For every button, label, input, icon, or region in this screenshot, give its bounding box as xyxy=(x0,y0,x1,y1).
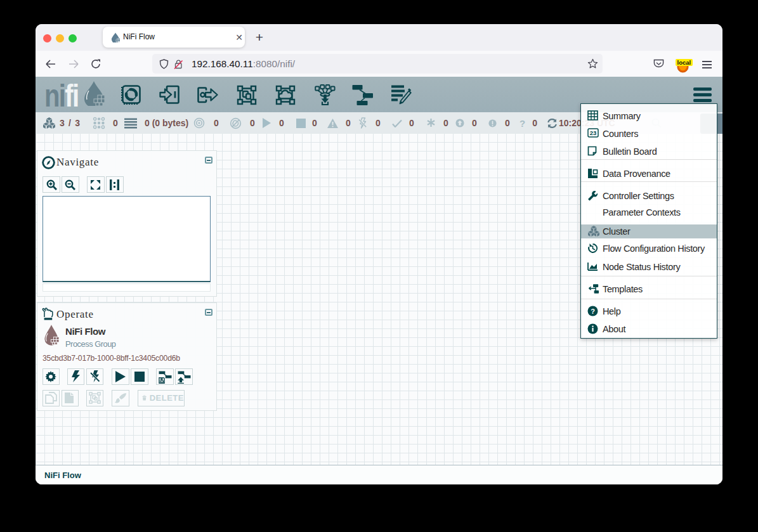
svg-text:?: ? xyxy=(591,308,595,315)
svg-text:23: 23 xyxy=(590,129,597,136)
